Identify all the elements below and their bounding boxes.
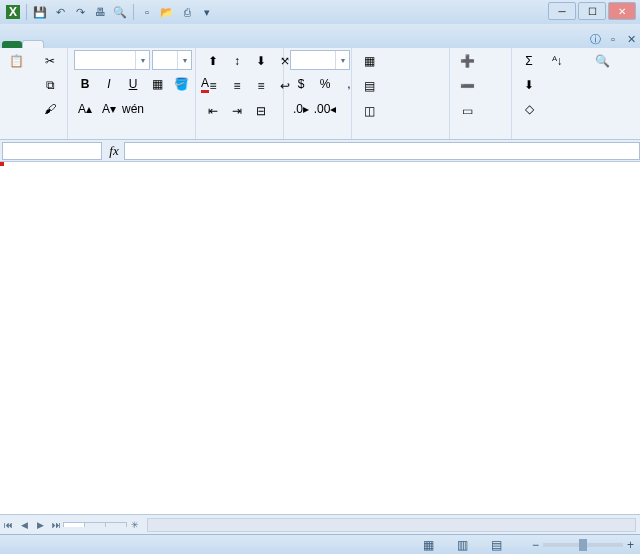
ribbon-close-icon[interactable]: ✕ [622, 30, 640, 48]
open-icon[interactable]: 📂 [158, 3, 176, 21]
tab-nav-next[interactable]: ▶ [32, 517, 48, 533]
tab-home[interactable] [22, 40, 44, 48]
grow-font-icon[interactable]: A▴ [74, 98, 96, 120]
align-top-icon[interactable]: ⬆ [202, 50, 224, 72]
zoom-in-button[interactable]: + [627, 538, 634, 552]
format-cells-button[interactable]: ▭ [456, 100, 480, 122]
tab-nav-first[interactable]: ⏮ [0, 517, 16, 533]
currency-icon[interactable]: $ [290, 73, 312, 95]
close-button[interactable]: ✕ [608, 2, 636, 20]
fillcolor-button[interactable]: 🪣 [170, 73, 192, 95]
dec-dec-icon[interactable]: .00◂ [314, 98, 336, 120]
editing-group-label [518, 137, 626, 138]
preview-icon[interactable]: 🔍 [111, 3, 129, 21]
svg-text:X: X [9, 5, 17, 19]
delete-icon: ➖ [456, 75, 478, 97]
sort-icon: ᴬ↓ [552, 54, 576, 78]
print-icon[interactable]: 🖶 [91, 3, 109, 21]
font-size-combo[interactable]: ▾ [152, 50, 192, 70]
view-break-icon[interactable]: ▤ [486, 534, 508, 556]
redo-icon[interactable]: ↷ [71, 3, 89, 21]
save-icon[interactable]: 💾 [31, 3, 49, 21]
table-format-button[interactable]: ▤ [358, 75, 382, 97]
indent-icon[interactable]: ⇥ [226, 100, 248, 122]
align-right-icon[interactable]: ≡ [250, 75, 272, 97]
find-select-button[interactable]: 🔍 [587, 50, 626, 80]
help-icon[interactable]: ⓘ [586, 30, 604, 48]
inc-dec-icon[interactable]: .0▸ [290, 98, 312, 120]
italic-button[interactable]: I [98, 73, 120, 95]
sheet-tab-2[interactable] [84, 522, 106, 527]
percent-icon[interactable]: % [314, 73, 336, 95]
formula-bar[interactable] [124, 142, 640, 160]
cell-styles-button[interactable]: ◫ [358, 100, 382, 122]
tab-data[interactable] [104, 41, 124, 48]
excel-icon: X [4, 3, 22, 21]
format-icon: ▭ [456, 100, 478, 122]
shrink-font-icon[interactable]: A▾ [98, 98, 120, 120]
ribbon-min-icon[interactable]: ▫ [604, 30, 622, 48]
bold-button[interactable]: B [74, 73, 96, 95]
cellstyle-icon: ◫ [358, 100, 380, 122]
tab-nav-last[interactable]: ⏭ [48, 517, 64, 533]
name-box[interactable] [2, 142, 102, 160]
phonetic-icon[interactable]: wén [122, 98, 144, 120]
new-icon[interactable]: ▫ [138, 3, 156, 21]
find-icon: 🔍 [595, 54, 619, 78]
cut-icon[interactable]: ✂ [39, 50, 61, 72]
font-group-label [74, 137, 189, 138]
table-icon: ▤ [358, 75, 380, 97]
cells-group-label [456, 137, 505, 138]
cond-icon: ▦ [358, 50, 380, 72]
merge-icon[interactable]: ⊟ [250, 100, 272, 122]
brush-icon[interactable]: 🖌 [39, 98, 61, 120]
paste-button[interactable]: 📋 [6, 50, 35, 80]
horizontal-scrollbar[interactable] [147, 518, 636, 532]
maximize-button[interactable]: ☐ [578, 2, 606, 20]
view-normal-icon[interactable]: ▦ [418, 534, 440, 556]
tab-file[interactable] [2, 41, 22, 48]
zoom-slider[interactable] [543, 543, 623, 547]
fx-button[interactable]: fx [104, 142, 124, 160]
view-layout-icon[interactable]: ▥ [452, 534, 474, 556]
tab-review[interactable] [124, 41, 144, 48]
align-group-label [202, 137, 277, 138]
sheet-tab-1[interactable] [63, 522, 85, 527]
font-name-combo[interactable]: ▾ [74, 50, 150, 70]
fill-icon[interactable]: ⬇ [518, 74, 540, 96]
border-button[interactable]: ▦ [146, 73, 168, 95]
tab-view[interactable] [144, 41, 164, 48]
new-sheet-button[interactable]: ✳ [127, 517, 143, 533]
align-left-icon[interactable]: ≡ [202, 75, 224, 97]
selection-outline [0, 162, 4, 166]
clear-icon[interactable]: ◇ [518, 98, 540, 120]
outdent-icon[interactable]: ⇤ [202, 100, 224, 122]
zoom-out-button[interactable]: − [532, 538, 539, 552]
clipboard-group-label [6, 137, 61, 138]
insert-cells-button[interactable]: ➕ [456, 50, 480, 72]
sort-filter-button[interactable]: ᴬ↓ [544, 50, 583, 80]
qat-more-icon[interactable]: ▾ [198, 3, 216, 21]
quickprint-icon[interactable]: ⎙ [178, 3, 196, 21]
align-mid-icon[interactable]: ↕ [226, 50, 248, 72]
styles-group-label [358, 137, 443, 138]
delete-cells-button[interactable]: ➖ [456, 75, 480, 97]
minimize-button[interactable]: ─ [548, 2, 576, 20]
underline-button[interactable]: U [122, 73, 144, 95]
tab-formulas[interactable] [84, 41, 104, 48]
paste-icon: 📋 [9, 54, 33, 78]
insert-icon: ➕ [456, 50, 478, 72]
align-center-icon[interactable]: ≡ [226, 75, 248, 97]
tab-nav-prev[interactable]: ◀ [16, 517, 32, 533]
tab-insert[interactable] [44, 41, 64, 48]
cond-format-button[interactable]: ▦ [358, 50, 382, 72]
tab-layout[interactable] [64, 41, 84, 48]
copy-icon[interactable]: ⧉ [39, 74, 61, 96]
align-bot-icon[interactable]: ⬇ [250, 50, 272, 72]
sheet-tab-3[interactable] [105, 522, 127, 527]
number-format-combo[interactable]: ▾ [290, 50, 350, 70]
number-group-label [290, 137, 345, 138]
autosum-icon[interactable]: Σ [518, 50, 540, 72]
undo-icon[interactable]: ↶ [51, 3, 69, 21]
